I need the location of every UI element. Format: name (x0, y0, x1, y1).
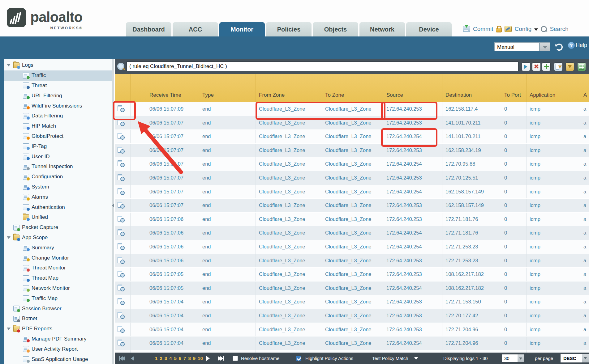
column-header-source[interactable]: Source (383, 74, 442, 102)
sidebar-item-user-activity-report[interactable]: User Activity Report (4, 344, 112, 354)
sidebar-item-hip-match[interactable]: HIP Match (4, 121, 112, 131)
help-link[interactable]: Help (576, 42, 587, 49)
log-row[interactable]: 06/06 15:07:06endCloudflare_L3_ZoneCloud… (115, 254, 589, 268)
log-detail-icon[interactable] (118, 285, 125, 291)
sidebar-item-data-filtering[interactable]: Data Filtering (4, 111, 112, 121)
per-page-select[interactable]: 30 (502, 353, 524, 364)
log-row[interactable]: 06/06 15:07:07endCloudflare_L3_ZoneCloud… (115, 171, 589, 185)
log-row[interactable]: 06/06 15:07:06endCloudflare_L3_ZoneCloud… (115, 240, 589, 254)
log-detail-icon[interactable] (118, 298, 125, 305)
log-row[interactable]: 06/06 15:07:06endCloudflare_L3_ZoneCloud… (115, 213, 589, 226)
page-number-10[interactable]: 10 (198, 356, 203, 361)
sidebar-item-system[interactable]: System (4, 182, 112, 192)
tab-device[interactable]: Device (406, 22, 452, 36)
column-header-action[interactable]: A (582, 74, 589, 102)
sort-order-select[interactable]: DESC (561, 353, 589, 364)
load-filter-button[interactable] (565, 62, 574, 71)
column-header-type[interactable]: Type (199, 74, 256, 102)
last-page-icon[interactable] (218, 353, 224, 364)
commit-button[interactable]: Commit (473, 26, 493, 32)
sidebar-item-threat-map[interactable]: Threat Map (4, 273, 112, 283)
sidebar-item-app-scope[interactable]: App Scope (4, 233, 112, 243)
sidebar-item-alarms[interactable]: Alarms (4, 192, 112, 202)
expander-icon[interactable] (7, 328, 11, 330)
sidebar-item-change-monitor[interactable]: Change Monitor (4, 253, 112, 263)
sidebar-item-threat[interactable]: Threat (4, 81, 112, 91)
sidebar-item-manage-pdf-summary[interactable]: Manage PDF Summary (4, 334, 112, 344)
test-policy-match-button[interactable]: Test Policy Match (372, 353, 408, 364)
sidebar-item-unified[interactable]: Unified (4, 212, 112, 222)
sidebar-item-network-monitor[interactable]: Network Monitor (4, 283, 112, 294)
page-number-3[interactable]: 3 (165, 356, 167, 361)
lock-icon[interactable] (496, 28, 502, 32)
log-detail-icon[interactable] (118, 243, 125, 250)
first-page-icon[interactable] (119, 353, 125, 364)
log-row[interactable]: 06/06 15:07:07endCloudflare_L3_ZoneCloud… (115, 185, 589, 199)
log-detail-icon[interactable] (118, 312, 125, 319)
column-header-receive-time[interactable]: Receive Time (146, 74, 199, 102)
page-number-7[interactable]: 7 (183, 356, 186, 361)
log-detail-icon[interactable] (118, 216, 125, 222)
log-row[interactable]: 06/06 15:07:09endCloudflare_L3_ZoneCloud… (115, 102, 589, 116)
sidebar-item-pdf-reports[interactable]: PDF Reports (4, 324, 112, 334)
tab-policies[interactable]: Policies (266, 22, 312, 36)
log-row[interactable]: 06/06 15:07:04endCloudflare_L3_ZoneCloud… (115, 295, 589, 309)
config-button[interactable]: Config (514, 26, 531, 32)
log-row[interactable]: 06/06 15:07:07endCloudflare_L3_ZoneCloud… (115, 130, 589, 144)
page-number-2[interactable]: 2 (160, 356, 162, 361)
apply-filter-button[interactable] (522, 62, 530, 71)
sidebar-item-botnet[interactable]: Botnet (4, 314, 112, 324)
sidebar-item-authentication[interactable]: Authentication (4, 202, 112, 212)
log-row[interactable]: 06/06 15:07:04endCloudflare_L3_ZoneCloud… (115, 336, 589, 350)
tab-dashboard[interactable]: Dashboard (126, 22, 171, 36)
page-number-1[interactable]: 1 (155, 356, 157, 361)
log-detail-icon[interactable] (118, 271, 125, 277)
highlight-policy-checkbox[interactable] (296, 353, 301, 364)
resolve-hostname-checkbox[interactable] (233, 353, 238, 364)
log-detail-icon[interactable] (118, 257, 125, 264)
expander-icon[interactable] (7, 236, 11, 239)
log-detail-icon[interactable] (118, 188, 125, 195)
sidebar-item-tunnel-inspection[interactable]: Tunnel Inspection (4, 162, 112, 172)
sidebar-item-threat-monitor[interactable]: Threat Monitor (4, 263, 112, 273)
log-row[interactable]: 06/06 15:07:06endCloudflare_L3_ZoneCloud… (115, 226, 589, 240)
resolve-hostname-label[interactable]: Resolve hostname (241, 353, 279, 364)
test-policy-caret-icon[interactable] (414, 353, 418, 364)
tab-network[interactable]: Network (359, 22, 405, 36)
highlight-policy-label[interactable]: Highlight Policy Actions (305, 353, 353, 364)
log-row-partial[interactable] (115, 350, 589, 353)
filter-builder-button[interactable] (554, 62, 563, 71)
log-detail-icon[interactable] (118, 160, 125, 167)
sidebar-item-traffic[interactable]: Traffic (4, 70, 112, 81)
sidebar-item-wildfire-submissions[interactable]: WildFire Submissions (4, 101, 112, 111)
clear-filter-button[interactable] (532, 62, 541, 71)
log-row[interactable]: 06/06 15:07:07endCloudflare_L3_ZoneCloud… (115, 116, 589, 130)
log-detail-icon[interactable] (118, 326, 125, 333)
sidebar-item-session-browser[interactable]: Session Browser (4, 303, 112, 314)
log-detail-icon[interactable] (118, 174, 125, 181)
column-header-application[interactable]: Application (527, 74, 582, 102)
refresh-interval-caret-icon[interactable] (540, 42, 550, 51)
tab-objects[interactable]: Objects (313, 22, 358, 36)
prev-page-icon[interactable] (131, 353, 134, 364)
help-icon[interactable]: ? (568, 42, 575, 49)
log-detail-icon[interactable] (118, 119, 125, 126)
log-detail-icon[interactable] (118, 105, 125, 112)
sidebar-collapse-handle[interactable] (112, 59, 114, 364)
log-filter-input[interactable] (127, 61, 518, 71)
log-row[interactable]: 06/06 15:07:05endCloudflare_L3_ZoneCloud… (115, 281, 589, 295)
refresh-interval-select[interactable]: Manual (494, 42, 540, 51)
log-row[interactable]: 06/06 15:07:04endCloudflare_L3_ZoneCloud… (115, 323, 589, 337)
log-row[interactable]: 06/06 15:07:07endCloudflare_L3_ZoneCloud… (115, 199, 589, 213)
column-header-to-port[interactable]: To Port (501, 74, 527, 102)
log-detail-icon[interactable] (118, 147, 125, 154)
sidebar-item-user-id[interactable]: User-ID (4, 151, 112, 162)
export-csv-button[interactable] (577, 62, 586, 71)
column-header-destination[interactable]: Destination (442, 74, 501, 102)
log-detail-icon[interactable] (118, 340, 125, 346)
column-header-to-zone[interactable]: To Zone (322, 74, 383, 102)
add-filter-button[interactable] (542, 62, 551, 71)
page-number-4[interactable]: 4 (169, 356, 172, 361)
search-icon[interactable] (541, 26, 547, 32)
sidebar-item-packet-capture[interactable]: Packet Capture (4, 222, 112, 233)
